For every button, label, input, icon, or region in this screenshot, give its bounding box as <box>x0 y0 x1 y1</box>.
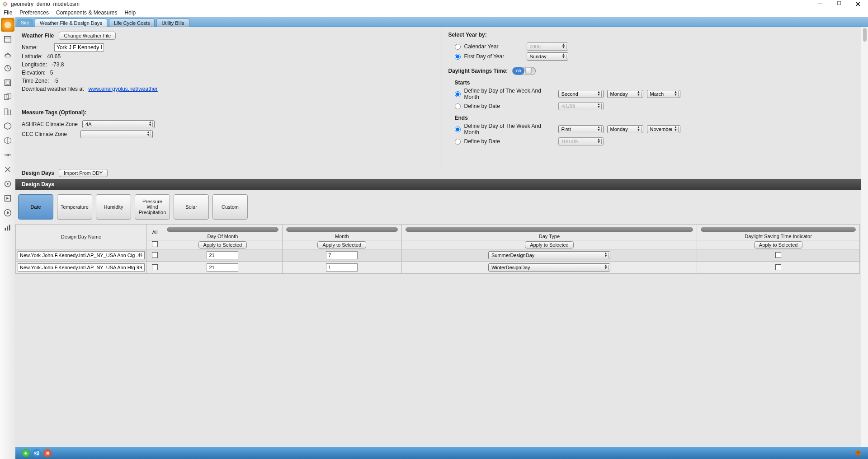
copy-button[interactable]: ×2 <box>33 449 41 457</box>
nav-run-icon[interactable] <box>1 192 14 205</box>
menu-components-measures[interactable]: Components & Measures <box>56 9 117 16</box>
change-weather-file-button[interactable]: Change Weather File <box>59 32 116 40</box>
nav-facility-icon[interactable] <box>1 105 14 118</box>
row0-month-input[interactable] <box>326 251 358 259</box>
row1-dsti-checkbox[interactable] <box>775 264 781 270</box>
minimize-button[interactable]: ― <box>816 0 825 8</box>
row1-month-input[interactable] <box>326 263 358 272</box>
nav-results-icon[interactable] <box>1 206 14 220</box>
delete-button[interactable]: ✕ <box>43 449 52 457</box>
design-days-table: Design Day Name All Day Of Month Month D… <box>15 224 860 274</box>
nav-output-icon[interactable] <box>1 163 14 176</box>
row1-dom-input[interactable] <box>207 263 238 272</box>
dst-toggle[interactable]: on <box>512 67 536 75</box>
nav-loads-icon[interactable] <box>1 61 14 75</box>
tab-life-cycle-costs[interactable]: Life Cycle Costs <box>109 19 155 27</box>
apply-dom-button[interactable]: Apply to Selected <box>198 241 247 248</box>
menu-bar: File Preferences Components & Measures H… <box>0 8 868 17</box>
cat-date-button[interactable]: Date <box>18 194 53 220</box>
col-month-scrollbar[interactable] <box>286 227 398 232</box>
end-dow-radio[interactable] <box>455 126 461 132</box>
apply-dtype-button[interactable]: Apply to Selected <box>525 241 574 248</box>
svg-rect-16 <box>7 226 8 230</box>
cat-temperature-button[interactable]: Temperature <box>57 194 92 220</box>
col-month-header: Month <box>283 234 401 239</box>
calendar-year-radio[interactable] <box>455 44 461 50</box>
tab-site[interactable]: Site <box>17 19 33 27</box>
cat-solar-button[interactable]: Solar <box>174 194 209 220</box>
vertical-scrollbar[interactable] <box>861 27 868 459</box>
start-week-select[interactable]: Second <box>558 90 604 98</box>
design-category-row: Date Temperature Humidity Pressure Wind … <box>15 190 868 224</box>
end-date-radio[interactable] <box>455 139 461 145</box>
apply-dsti-button[interactable]: Apply to Selected <box>754 241 803 248</box>
name-label: Name: <box>22 44 50 51</box>
longitude-value: -73.8 <box>52 61 64 68</box>
svg-rect-6 <box>6 81 9 84</box>
timezone-value: -5 <box>53 78 58 84</box>
menu-help[interactable]: Help <box>124 9 136 16</box>
download-weather-link[interactable]: www.energyplus.net/weather <box>88 86 157 92</box>
start-dow-label: Define by Day of The Week And Month <box>464 88 555 100</box>
nav-geometry-icon[interactable] <box>1 90 14 104</box>
col-dsti-scrollbar[interactable] <box>701 227 856 232</box>
nav-site-icon[interactable] <box>1 18 14 32</box>
row1-name-input[interactable] <box>18 263 145 272</box>
svg-rect-5 <box>5 80 11 86</box>
cat-pressure-wind-precip-button[interactable]: Pressure Wind Precipitation <box>135 194 170 220</box>
dst-label: Daylight Savings Time: <box>448 68 508 74</box>
elevation-value: 5 <box>50 70 53 76</box>
nav-reports-icon[interactable] <box>1 220 14 234</box>
row0-dom-input[interactable] <box>207 251 238 259</box>
tab-utility-bills[interactable]: Utility Bills <box>156 19 189 27</box>
nav-scripts-icon[interactable] <box>1 177 14 191</box>
close-button[interactable]: ✕ <box>854 0 863 8</box>
elevation-label: Elevation: <box>22 70 46 76</box>
apply-month-button[interactable]: Apply to Selected <box>317 241 366 248</box>
longitude-label: Longitude: <box>22 61 47 68</box>
end-week-select[interactable]: First <box>558 125 604 133</box>
starts-header: Starts <box>455 80 862 86</box>
nav-spacetypes-icon[interactable] <box>1 76 14 89</box>
title-bar: geometry_demo_model.osm ― ☐ ✕ <box>0 0 868 8</box>
row1-select-checkbox[interactable] <box>152 264 158 270</box>
nav-schedules-icon[interactable] <box>1 33 14 46</box>
cec-zone-select[interactable] <box>80 130 153 138</box>
row0-select-checkbox[interactable] <box>152 252 158 258</box>
nav-spaces-icon[interactable] <box>1 119 14 133</box>
weather-name-field[interactable] <box>54 43 104 52</box>
nav-constructions-icon[interactable] <box>1 47 14 61</box>
start-date-radio[interactable] <box>455 103 461 109</box>
row1-dtype-select[interactable]: WinterDesignDay <box>488 263 610 272</box>
col-dom-scrollbar[interactable] <box>167 227 278 232</box>
end-date-field: 10/1/09 <box>558 137 604 145</box>
nav-thermalzones-icon[interactable] <box>1 134 14 147</box>
svg-rect-15 <box>5 228 6 231</box>
svg-rect-17 <box>9 225 10 231</box>
first-day-label: First Day of Year <box>464 53 523 60</box>
add-button[interactable]: + <box>22 449 30 457</box>
col-dtype-scrollbar[interactable] <box>406 227 693 232</box>
svg-rect-1 <box>5 37 11 42</box>
select-all-checkbox[interactable] <box>152 241 158 247</box>
vertical-toolbar <box>0 17 15 459</box>
tab-weather-design-days[interactable]: Weather File & Design Days <box>35 19 107 27</box>
start-dow-radio[interactable] <box>455 91 461 97</box>
row0-dtype-select[interactable]: SummerDesignDay <box>488 251 610 259</box>
row0-dsti-checkbox[interactable] <box>775 252 781 258</box>
import-from-ddy-button[interactable]: Import From DDY <box>59 169 108 177</box>
cat-custom-button[interactable]: Custom <box>212 194 248 220</box>
first-day-radio[interactable] <box>455 54 461 60</box>
col-dom-header: Day Of Month <box>164 234 281 239</box>
nav-hvac-icon[interactable] <box>1 148 14 162</box>
ashrae-zone-select[interactable]: 4A <box>82 120 155 128</box>
bcl-icon[interactable] <box>854 450 862 457</box>
svg-rect-9 <box>5 108 7 115</box>
row0-name-input[interactable] <box>18 251 145 259</box>
menu-preferences[interactable]: Preferences <box>19 9 49 16</box>
cat-humidity-button[interactable]: Humidity <box>96 194 131 220</box>
maximize-button[interactable]: ☐ <box>835 0 844 8</box>
app-icon <box>2 1 8 7</box>
menu-file[interactable]: File <box>4 9 12 16</box>
select-year-header: Select Year by: <box>448 32 487 38</box>
